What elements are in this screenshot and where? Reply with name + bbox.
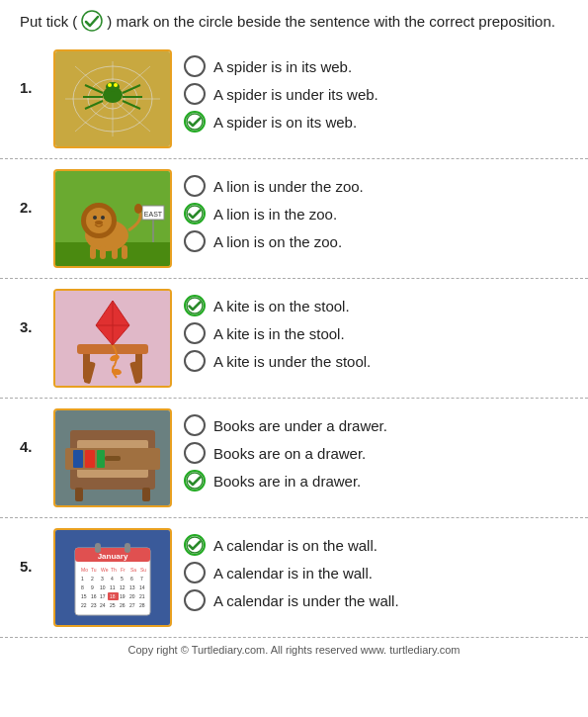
option-circle-4-1[interactable] (184, 414, 206, 436)
svg-rect-56 (97, 450, 105, 468)
svg-rect-35 (122, 245, 127, 259)
svg-text:22: 22 (81, 602, 87, 608)
footer: Copy right © Turtlediary.com. All rights… (0, 638, 588, 662)
svg-rect-55 (85, 450, 95, 468)
svg-text:23: 23 (91, 602, 97, 608)
header-text1: Put tick ( (20, 11, 77, 32)
option-label-3-2: A kite is in the stool. (213, 325, 345, 342)
option-label-2-2: A lion is in the zoo. (213, 206, 337, 223)
option-item-1-2[interactable]: A spider is under its web. (184, 83, 378, 105)
svg-text:2: 2 (91, 576, 94, 582)
image-kite (53, 289, 172, 388)
svg-text:15: 15 (81, 593, 87, 599)
svg-rect-33 (100, 245, 106, 259)
option-circle-1-2[interactable] (184, 83, 206, 105)
options-list-2: A lion is under the zoo. A lion is in th… (184, 169, 364, 252)
option-circle-2-2[interactable] (184, 203, 206, 224)
svg-text:9: 9 (91, 584, 94, 590)
svg-point-12 (114, 83, 118, 87)
option-circle-5-3[interactable] (184, 589, 206, 611)
svg-text:24: 24 (100, 602, 106, 608)
option-circle-1-1[interactable] (184, 55, 206, 77)
question-number-2: 2. (20, 169, 42, 216)
tick-icon (81, 10, 103, 32)
option-label-2-1: A lion is under the zoo. (213, 178, 364, 195)
option-label-5-3: A calendar is under the wall. (213, 592, 399, 609)
option-circle-3-2[interactable] (184, 322, 206, 344)
option-item-2-1[interactable]: A lion is under the zoo. (184, 175, 364, 197)
option-item-5-1[interactable]: A calendar is on the wall. (184, 534, 399, 556)
svg-rect-65 (125, 543, 130, 553)
option-circle-2-3[interactable] (184, 230, 206, 252)
question-row-2: 2. EAST (0, 159, 588, 279)
svg-text:17: 17 (100, 593, 106, 599)
header-text2: ) mark on the circle beside the sentence… (107, 11, 555, 32)
svg-rect-54 (73, 450, 83, 468)
option-circle-1-3[interactable] (184, 111, 206, 133)
svg-text:Su: Su (140, 567, 146, 573)
option-item-1-3[interactable]: A spider is on its web. (184, 111, 378, 133)
option-item-4-1[interactable]: Books are under a drawer. (184, 414, 387, 436)
svg-text:27: 27 (129, 602, 135, 608)
question-number-1: 1. (20, 49, 42, 96)
svg-text:EAST: EAST (144, 211, 163, 218)
question-number-3: 3. (20, 289, 42, 335)
question-row-5: 5. January Mo Tu We Th Fr Sa Su 1 2 3 4 … (0, 518, 588, 638)
option-label-3-3: A kite is under the stool. (213, 353, 371, 370)
svg-text:28: 28 (139, 602, 145, 608)
option-label-4-3: Books are in a drawer. (213, 473, 361, 490)
option-circle-4-2[interactable] (184, 442, 206, 464)
option-label-5-1: A calendar is on the wall. (213, 537, 378, 554)
svg-text:13: 13 (129, 584, 135, 590)
option-circle-4-3[interactable] (184, 470, 206, 492)
svg-rect-53 (105, 456, 121, 461)
svg-rect-64 (95, 543, 101, 553)
svg-text:We: We (101, 567, 109, 573)
svg-text:4: 4 (111, 576, 114, 582)
svg-text:11: 11 (110, 584, 116, 590)
option-item-5-2[interactable]: A calendar is in the wall. (184, 562, 399, 583)
option-item-1-1[interactable]: A spider is in its web. (184, 55, 378, 77)
svg-point-10 (106, 82, 120, 92)
svg-text:6: 6 (130, 576, 133, 582)
option-label-4-2: Books are on a drawer. (213, 445, 366, 462)
option-circle-3-1[interactable] (184, 295, 206, 316)
option-circle-3-3[interactable] (184, 350, 206, 372)
option-label-1-3: A spider is on its web. (213, 114, 357, 131)
svg-text:3: 3 (101, 576, 104, 582)
option-item-3-1[interactable]: A kite is on the stool. (184, 295, 371, 316)
option-circle-2-1[interactable] (184, 175, 206, 197)
svg-text:25: 25 (110, 602, 116, 608)
options-list-5: A calendar is on the wall.A calendar is … (184, 528, 399, 611)
option-item-3-3[interactable]: A kite is under the stool. (184, 350, 371, 372)
option-item-2-3[interactable]: A lion is on the zoo. (184, 230, 364, 252)
question-row-3: 3. A kite is on the stool.A kite is in t… (0, 279, 588, 399)
svg-rect-58 (142, 488, 150, 501)
svg-text:Mo: Mo (81, 567, 88, 573)
question-row-4: 4. Books are under a drawer.Books are on… (0, 399, 588, 518)
options-list-3: A kite is on the stool.A kite is in the … (184, 289, 371, 372)
question-number-5: 5. (20, 528, 42, 575)
svg-text:7: 7 (140, 576, 143, 582)
options-list-1: A spider is in its web.A spider is under… (184, 49, 378, 133)
option-circle-5-1[interactable] (184, 534, 206, 556)
option-label-1-1: A spider is in its web. (213, 58, 352, 75)
option-circle-5-2[interactable] (184, 562, 206, 583)
option-item-4-3[interactable]: Books are in a drawer. (184, 470, 387, 492)
svg-rect-34 (112, 245, 118, 259)
svg-text:5: 5 (121, 576, 124, 582)
svg-text:January: January (98, 552, 128, 561)
svg-point-30 (95, 221, 103, 224)
question-number-4: 4. (20, 408, 42, 455)
option-item-5-3[interactable]: A calendar is under the wall. (184, 589, 399, 611)
svg-text:21: 21 (139, 593, 145, 599)
svg-text:14: 14 (139, 584, 145, 590)
option-item-4-2[interactable]: Books are on a drawer. (184, 442, 387, 464)
option-item-3-2[interactable]: A kite is in the stool. (184, 322, 371, 344)
svg-text:1: 1 (81, 576, 84, 582)
svg-text:Th: Th (111, 567, 117, 573)
option-item-2-2[interactable]: A lion is in the zoo. (184, 203, 364, 224)
svg-point-31 (134, 204, 142, 214)
svg-text:Fr: Fr (121, 567, 126, 573)
option-label-2-3: A lion is on the zoo. (213, 233, 342, 250)
